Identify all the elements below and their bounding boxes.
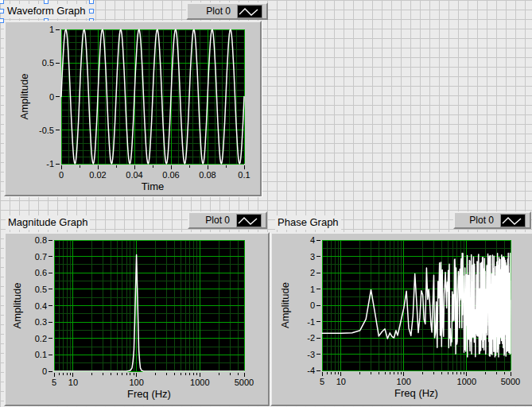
phase-plot-area[interactable]: 51010010005000-4-3-2-101234Freq (Hz)Ampl… [272,234,530,401]
selection-handle-icon[interactable] [89,0,94,4]
label-text: Phase Graph [278,216,339,228]
svg-text:0.1: 0.1 [35,350,47,359]
svg-text:0.8: 0.8 [35,235,47,245]
label-text: Magnitude Graph [8,216,87,228]
svg-text:1000: 1000 [190,378,209,387]
svg-text:0: 0 [310,300,315,310]
svg-text:-2: -2 [307,333,315,343]
svg-text:0.6: 0.6 [35,268,47,277]
svg-text:0.7: 0.7 [35,252,47,262]
selection-handle-icon[interactable] [0,0,4,4]
svg-text:Freq (Hz): Freq (Hz) [127,388,171,400]
svg-text:5000: 5000 [501,377,520,386]
waveform-graph[interactable]: 00.020.040.060.080.1-1-0.500.51TimeAmpli… [4,21,262,196]
svg-text:-1: -1 [307,317,315,327]
svg-text:-0.5: -0.5 [39,126,54,135]
svg-text:10: 10 [68,378,78,387]
svg-text:0.08: 0.08 [199,170,216,180]
legend-plot-name[interactable]: Plot 0 [469,215,494,226]
waveform-graph-label[interactable]: Waveform Graph [5,4,88,18]
svg-text:0.2: 0.2 [35,334,47,343]
svg-text:0.04: 0.04 [126,170,142,180]
svg-text:100: 100 [129,378,143,387]
label-text: Waveform Graph [7,5,86,17]
svg-text:Freq (Hz): Freq (Hz) [394,387,438,399]
phase-graph[interactable]: 51010010005000-4-3-2-101234Freq (Hz)Ampl… [270,232,532,406]
labview-front-panel: Waveform Graph Plot 0 00.020.040.060.080… [0,0,532,407]
svg-text:0.1: 0.1 [238,170,250,180]
legend-plot-name[interactable]: Plot 0 [205,215,230,226]
waveform-graph-legend[interactable]: Plot 0 [186,2,268,20]
phase-graph-legend[interactable]: Plot 0 [453,211,531,229]
magnitude-graph-label[interactable]: Magnitude Graph [6,215,90,230]
svg-text:0.4: 0.4 [35,301,47,311]
svg-text:0: 0 [49,92,54,102]
svg-text:0.02: 0.02 [89,170,106,180]
svg-text:Amplitude: Amplitude [18,74,30,120]
svg-text:1000: 1000 [457,377,476,386]
svg-text:5: 5 [320,377,324,386]
svg-text:Amplitude: Amplitude [279,282,291,328]
svg-text:5000: 5000 [235,378,254,387]
magnitude-plot-area[interactable]: 5101001000500000.10.20.30.40.50.60.70.8F… [6,234,265,401]
selection-handle-icon[interactable] [89,9,94,14]
svg-text:0.06: 0.06 [162,170,179,180]
svg-text:-1: -1 [46,159,54,169]
magnitude-graph-legend[interactable]: Plot 0 [188,211,267,229]
svg-text:2: 2 [310,268,315,277]
svg-text:100: 100 [397,377,411,386]
waveform-plot-area[interactable]: 00.020.040.060.080.1-1-0.500.51TimeAmpli… [6,22,257,192]
svg-text:0.5: 0.5 [35,285,47,294]
svg-text:-4: -4 [307,366,315,375]
svg-text:1: 1 [310,285,315,294]
svg-text:-3: -3 [307,350,315,359]
plot-line-icon [237,5,262,18]
svg-text:1: 1 [49,25,54,34]
svg-text:4: 4 [310,235,315,245]
svg-text:10: 10 [336,377,346,386]
svg-text:Amplitude: Amplitude [11,283,23,329]
selection-handle-icon[interactable] [44,0,49,4]
selection-handle-icon[interactable] [0,9,4,14]
magnitude-graph[interactable]: 5101001000500000.10.20.30.40.50.60.70.8F… [4,232,270,406]
svg-text:5: 5 [52,378,56,387]
svg-text:0.5: 0.5 [42,58,54,68]
plot-line-icon [236,214,262,227]
svg-text:3: 3 [310,252,315,262]
svg-text:0: 0 [59,170,64,180]
svg-text:0: 0 [42,366,47,376]
phase-graph-label[interactable]: Phase Graph [275,215,341,230]
plot-line-icon [500,214,526,227]
legend-plot-name[interactable]: Plot 0 [206,6,231,17]
svg-text:0.3: 0.3 [35,317,47,327]
svg-text:Time: Time [142,180,164,192]
